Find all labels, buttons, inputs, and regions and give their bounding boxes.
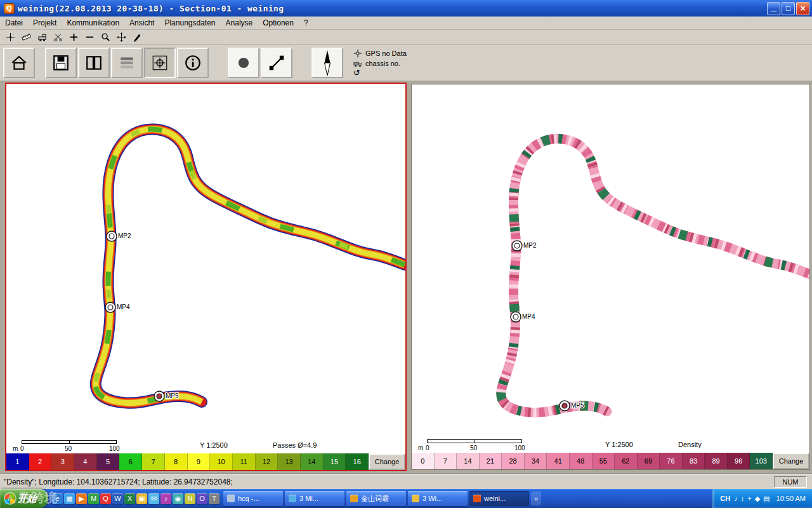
taskbar-button-3wi[interactable]: 3 Wi... (408, 491, 468, 506)
network-icon[interactable]: ↕ (741, 495, 745, 502)
menu-projekt[interactable]: Projekt (28, 17, 62, 29)
pan-crosshair-icon[interactable] (3, 31, 17, 44)
scale-bar: m 0 50 100 (13, 439, 127, 453)
volume-icon[interactable]: ♪ (734, 495, 738, 502)
legend-cell: 4 (74, 453, 97, 470)
map-marker-mp4[interactable]: MP4 (511, 312, 535, 322)
legend-cell: 14 (457, 453, 480, 469)
map-marker-label: MP5 (571, 402, 584, 409)
start-button[interactable]: 开始 (0, 489, 48, 508)
media-player-icon[interactable]: ▶ (76, 493, 87, 504)
menu-optionen[interactable]: Optionen (258, 17, 299, 29)
scale-unit: m (13, 445, 18, 452)
legend-cell: 41 (547, 453, 570, 469)
ruler-icon[interactable] (19, 31, 33, 44)
map-marker-mp2[interactable]: MP2 (107, 231, 131, 241)
map-canvas-density[interactable]: MP2MP4MP5 (412, 84, 809, 438)
messenger-icon[interactable]: ◆ (755, 495, 760, 502)
legend-cell: 55 (593, 453, 615, 469)
scale-tick: 0 (20, 445, 24, 452)
legend-cell: 7 (142, 453, 165, 470)
legend-cell: 3 (51, 453, 74, 470)
legend-cell: 83 (683, 453, 705, 469)
scissors-icon[interactable] (51, 31, 65, 44)
browser-icon[interactable]: O (197, 493, 207, 504)
menu-datei[interactable]: Datei (0, 17, 28, 29)
map-canvas-passes[interactable]: MP2MP4MP5 (6, 84, 405, 438)
taskbar-button-icon (473, 495, 481, 502)
word-icon[interactable]: W (112, 493, 123, 504)
legend-cell: 10 (210, 453, 233, 470)
move-icon[interactable] (114, 31, 128, 44)
map-marker-label: MP2 (523, 242, 537, 249)
map-marker-label: MP5 (166, 392, 179, 399)
legend-change-button[interactable]: Change (773, 453, 809, 469)
zoom-in-icon[interactable] (67, 31, 81, 44)
taskbar-button-icon (289, 495, 296, 502)
notes-icon[interactable]: N (185, 493, 195, 504)
taskbar-more-button[interactable]: » (531, 491, 541, 505)
map-marker-label: MP4 (522, 313, 535, 320)
pen-icon[interactable] (130, 31, 144, 44)
map-panel-density[interactable]: MP2MP4MP5 m 0 50 100 Y 1:2500 Density 07… (411, 84, 810, 470)
taskbar-button-weini[interactable]: weini... (469, 491, 529, 506)
legend-cell: 103 (750, 453, 773, 469)
show-desktop-icon[interactable]: ▦ (64, 493, 75, 504)
taskbar-button-label: weini... (484, 495, 506, 502)
minimize-button[interactable] (767, 2, 780, 15)
split-view-button[interactable] (78, 48, 110, 78)
magnifier-icon[interactable] (98, 31, 112, 44)
scale-bar: m 0 50 100 (418, 438, 532, 452)
scale-tick: 0 (426, 444, 429, 451)
taskbar-button-3mi[interactable]: 3 Mi... (285, 491, 344, 506)
ime-language-indicator[interactable]: CH (720, 495, 730, 502)
menu-analyse[interactable]: Analyse (221, 17, 258, 29)
zoom-out-icon[interactable] (82, 31, 96, 44)
map-marker-mp2[interactable]: MP2 (512, 241, 537, 251)
road-track-passes (96, 129, 405, 403)
excel-icon[interactable]: X (124, 493, 135, 504)
antivirus-icon[interactable]: + (747, 495, 751, 502)
passes-metric-label: Passes Ø=4.9 (273, 441, 317, 449)
usb-icon[interactable]: ▤ (763, 495, 769, 502)
info-button[interactable] (177, 48, 209, 78)
roller-icon[interactable] (35, 31, 49, 44)
system-tray: CH ♪↕+◆▤ 10:50 AM (712, 489, 812, 508)
taskbar: 开始 e▦▶MQWX▣✉♪◉NOT hcq -...3 Mi...金山词霸3 W… (0, 489, 812, 508)
legend-cell: 7 (435, 453, 457, 469)
menu-help[interactable]: ? (299, 17, 313, 29)
home-button[interactable] (3, 48, 35, 78)
taskbar-button-app[interactable]: 金山词霸 (346, 491, 406, 506)
legend-cell: 28 (502, 453, 525, 469)
menu-kommunikation[interactable]: Kommunikation (62, 17, 124, 29)
ie-icon[interactable]: e (52, 493, 63, 504)
msn-icon[interactable]: M (88, 493, 99, 504)
legend-change-button[interactable]: Change (369, 453, 405, 470)
legend-cell: 62 (615, 453, 638, 469)
close-button[interactable] (796, 2, 809, 15)
record-button[interactable] (228, 48, 259, 78)
connector-button[interactable] (261, 48, 292, 78)
map-marker-mp4[interactable]: MP4 (105, 302, 130, 312)
save-button[interactable] (45, 48, 77, 78)
legend-cell: 16 (346, 453, 369, 470)
taskbar-button-hcq[interactable]: hcq -... (223, 491, 283, 506)
tools-icon[interactable]: T (209, 493, 219, 504)
menu-ansicht[interactable]: Ansicht (124, 17, 159, 29)
qq-icon[interactable]: Q (100, 493, 111, 504)
chat-icon[interactable]: ◉ (173, 493, 183, 504)
app-logo-icon: Q (4, 3, 15, 14)
map-marker-label: MP4 (117, 304, 130, 311)
mail-icon[interactable]: ✉ (148, 493, 159, 504)
scale-tick: 50 (470, 444, 477, 451)
target-button[interactable] (144, 48, 176, 78)
menu-planungsdaten[interactable]: Planungsdaten (159, 17, 220, 29)
map-panel-passes[interactable]: MP2MP4MP5 m 0 50 100 Y 1:2500 Passes Ø=4… (5, 83, 407, 471)
taskbar-button-icon (350, 495, 358, 502)
compass-button[interactable] (311, 48, 343, 78)
music-icon[interactable]: ♪ (160, 493, 171, 504)
layers-button[interactable] (111, 48, 143, 78)
maximize-button[interactable] (782, 2, 795, 15)
legend-row-density: 0714212834414855626976838996103 Change (412, 453, 809, 469)
folder-icon[interactable]: ▣ (136, 493, 147, 504)
